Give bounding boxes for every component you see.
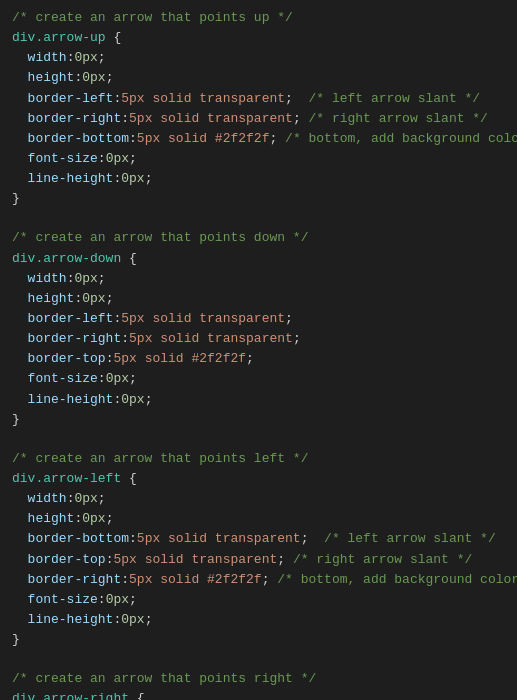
prop-width-1: width:0px; (0, 48, 517, 68)
blank-line-1 (0, 209, 517, 228)
close-brace-3: } (0, 630, 517, 650)
prop-line-height-3: line-height:0px; (0, 610, 517, 630)
prop-border-right-1: border-right:5px solid transparent; /* r… (0, 109, 517, 129)
prop-font-size-1: font-size:0px; (0, 149, 517, 169)
prop-border-right-2: border-right:5px solid transparent; (0, 329, 517, 349)
prop-line-height-2: line-height:0px; (0, 390, 517, 410)
selector-line-3: div.arrow-left { (0, 469, 517, 489)
prop-border-top-3: border-top:5px solid transparent; /* rig… (0, 550, 517, 570)
prop-width-2: width:0px; (0, 269, 517, 289)
selector-line-2: div.arrow-down { (0, 249, 517, 269)
comment-line-4: /* create an arrow that points right */ (0, 669, 517, 689)
comment-line-3: /* create an arrow that points left */ (0, 449, 517, 469)
close-brace-1: } (0, 189, 517, 209)
prop-height-3: height:0px; (0, 509, 517, 529)
code-editor: /* create an arrow that points up */ div… (0, 0, 517, 700)
prop-border-left-2: border-left:5px solid transparent; (0, 309, 517, 329)
prop-height-2: height:0px; (0, 289, 517, 309)
prop-font-size-2: font-size:0px; (0, 369, 517, 389)
prop-border-bottom-3: border-bottom:5px solid transparent; /* … (0, 529, 517, 549)
prop-width-3: width:0px; (0, 489, 517, 509)
selector-line-4: div.arrow-right { (0, 689, 517, 700)
prop-border-top-2: border-top:5px solid #2f2f2f; (0, 349, 517, 369)
prop-border-bottom-1: border-bottom:5px solid #2f2f2f; /* bott… (0, 129, 517, 149)
close-brace-2: } (0, 410, 517, 430)
comment-line-2: /* create an arrow that points down */ (0, 228, 517, 248)
selector-line-1: div.arrow-up { (0, 28, 517, 48)
blank-line-3 (0, 650, 517, 669)
prop-border-right-3: border-right:5px solid #2f2f2f; /* botto… (0, 570, 517, 590)
prop-border-left-1: border-left:5px solid transparent; /* le… (0, 89, 517, 109)
prop-font-size-3: font-size:0px; (0, 590, 517, 610)
prop-line-height-1: line-height:0px; (0, 169, 517, 189)
blank-line-2 (0, 430, 517, 449)
comment-line-1: /* create an arrow that points up */ (0, 8, 517, 28)
prop-height-1: height:0px; (0, 68, 517, 88)
